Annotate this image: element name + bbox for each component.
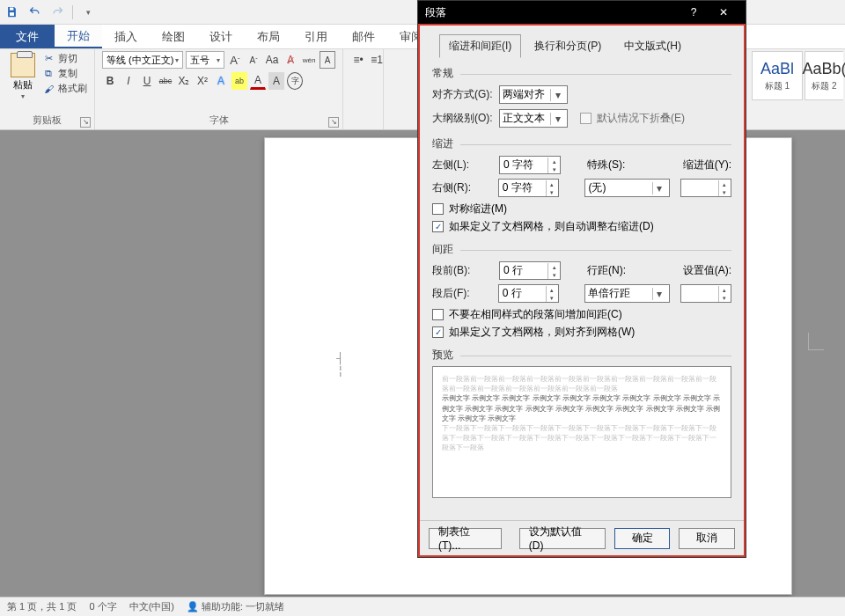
tabs-button[interactable]: 制表位(T)...: [429, 528, 502, 549]
set-default-button[interactable]: 设为默认值(D): [519, 528, 606, 549]
increase-font-button[interactable]: Aˆ: [227, 51, 243, 69]
tab-mailings[interactable]: 邮件: [340, 25, 387, 48]
highlight-button[interactable]: ab: [231, 72, 247, 90]
tab-chinese-layout[interactable]: 中文版式(H): [614, 34, 691, 58]
section-general: 常规: [432, 66, 731, 81]
indent-left-spinner[interactable]: 0 字符▴▾: [499, 156, 561, 174]
format-painter-button[interactable]: 🖌格式刷: [42, 81, 87, 96]
subscript-button[interactable]: X₂: [176, 72, 192, 90]
spin-down-icon[interactable]: ▾: [719, 188, 731, 196]
redo-icon[interactable]: [49, 4, 65, 20]
font-label: 字体: [209, 114, 229, 125]
tab-draw[interactable]: 绘图: [150, 25, 197, 48]
by-spinner[interactable]: ▴▾: [680, 179, 731, 197]
style-heading1[interactable]: AaBl 标题 1: [752, 51, 803, 100]
copy-button[interactable]: ⧉复制: [42, 66, 87, 81]
mirror-indent-label: 对称缩进(M): [449, 202, 507, 216]
paste-menu-icon[interactable]: ▾: [21, 92, 25, 100]
customize-qat-icon[interactable]: ▾: [80, 4, 96, 20]
alignment-label: 对齐方式(G):: [432, 87, 494, 102]
clipboard-label: 剪贴板: [33, 114, 62, 125]
dialog-title: 段落: [425, 5, 446, 20]
paste-icon: [11, 53, 35, 77]
tab-layout[interactable]: 布局: [245, 25, 292, 48]
bold-button[interactable]: B: [102, 72, 118, 90]
spin-down-icon[interactable]: ▾: [548, 271, 560, 279]
dialog-titlebar[interactable]: 段落 ? ✕: [418, 1, 746, 24]
ok-button[interactable]: 确定: [614, 528, 671, 549]
alignment-combo[interactable]: 两端对齐▾: [499, 85, 568, 104]
spin-up-icon[interactable]: ▴: [548, 263, 560, 271]
strike-button[interactable]: abc: [158, 72, 173, 90]
clear-formatting-button[interactable]: A̷: [283, 51, 298, 69]
spin-down-icon[interactable]: ▾: [547, 188, 558, 196]
close-button[interactable]: ✕: [709, 1, 738, 24]
help-button[interactable]: ?: [679, 1, 709, 24]
svg-rect-0: [10, 8, 13, 11]
numbering-button[interactable]: ≡1: [369, 51, 385, 69]
status-language[interactable]: 中文(中国): [129, 600, 174, 613]
indent-left-label: 左侧(L):: [432, 158, 494, 172]
char-shading-button[interactable]: A: [268, 72, 284, 90]
outline-combo[interactable]: 正文文本▾: [499, 109, 568, 128]
superscript-button[interactable]: X²: [195, 72, 210, 90]
spin-down-icon[interactable]: ▾: [547, 294, 558, 302]
font-launcher[interactable]: ↘: [328, 117, 339, 128]
no-space-same-style-label: 不要在相同样式的段落间增加间距(C): [449, 307, 622, 322]
char-border-button[interactable]: A: [320, 51, 335, 69]
no-space-same-style-checkbox[interactable]: [432, 309, 444, 320]
tab-design[interactable]: 设计: [197, 25, 245, 48]
font-name-combo[interactable]: 等线 (中文正文)▾: [102, 51, 183, 69]
group-clipboard: 粘贴 ▾ ✂剪切 ⧉复制 🖌格式刷 剪贴板↘: [0, 49, 95, 129]
tab-home[interactable]: 开始: [55, 25, 102, 48]
paste-button[interactable]: 粘贴 ▾: [7, 51, 39, 102]
bullets-button[interactable]: ≡•: [350, 51, 366, 69]
enclose-char-button[interactable]: 字: [287, 72, 303, 90]
scissors-icon: ✂: [42, 53, 55, 65]
cut-button[interactable]: ✂剪切: [42, 51, 87, 66]
spin-down-icon[interactable]: ▾: [548, 165, 560, 173]
at-spinner[interactable]: ▴▾: [680, 284, 731, 303]
phonetic-guide-button[interactable]: wén: [301, 51, 317, 69]
undo-icon[interactable]: [26, 4, 42, 20]
spin-up-icon[interactable]: ▴: [719, 180, 731, 188]
spin-up-icon[interactable]: ▴: [548, 158, 560, 165]
snap-grid-checkbox[interactable]: ✓: [432, 326, 444, 338]
decrease-font-button[interactable]: Aˇ: [246, 51, 261, 69]
mirror-indent-checkbox[interactable]: [432, 203, 444, 215]
text-effects-button[interactable]: A: [213, 72, 229, 90]
section-indent: 缩进: [432, 136, 731, 151]
svg-rect-1: [10, 12, 14, 16]
font-color-button[interactable]: A: [250, 72, 266, 90]
special-combo[interactable]: (无)▾: [584, 179, 670, 197]
chevron-down-icon: ▾: [652, 288, 666, 300]
tab-insert[interactable]: 插入: [102, 25, 150, 48]
change-case-button[interactable]: Aa: [264, 51, 280, 69]
space-before-spinner[interactable]: 0 行▴▾: [499, 261, 561, 280]
tab-line-page-breaks[interactable]: 换行和分页(P): [525, 34, 611, 58]
save-icon[interactable]: [4, 4, 19, 20]
spin-up-icon[interactable]: ▴: [547, 286, 558, 294]
style-heading2[interactable]: AaBb( 标题 2: [805, 51, 843, 100]
tab-references[interactable]: 引用: [292, 25, 340, 48]
status-words[interactable]: 0 个字: [89, 600, 116, 613]
status-accessibility[interactable]: 👤 辅助功能: 一切就绪: [187, 600, 284, 613]
clipboard-launcher[interactable]: ↘: [80, 117, 91, 128]
space-after-spinner[interactable]: 0 行▴▾: [498, 284, 559, 303]
tab-indent-spacing[interactable]: 缩进和间距(I): [439, 34, 521, 58]
line-spacing-combo[interactable]: 单倍行距▾: [584, 284, 670, 303]
tab-file[interactable]: 文件: [0, 25, 55, 48]
spin-down-icon[interactable]: ▾: [719, 294, 731, 302]
spin-up-icon[interactable]: ▴: [719, 286, 731, 294]
cancel-button[interactable]: 取消: [679, 528, 735, 549]
status-page[interactable]: 第 1 页，共 1 页: [7, 600, 77, 613]
status-bar: 第 1 页，共 1 页 0 个字 中文(中国) 👤 辅助功能: 一切就绪: [0, 597, 845, 616]
italic-button[interactable]: I: [121, 72, 136, 90]
font-size-combo[interactable]: 五号▾: [186, 51, 224, 69]
chevron-down-icon: ▾: [550, 113, 564, 125]
underline-button[interactable]: U: [139, 72, 155, 90]
collapse-checkbox: [580, 113, 592, 124]
auto-adjust-checkbox[interactable]: ✓: [432, 221, 444, 232]
spin-up-icon[interactable]: ▴: [547, 180, 558, 188]
indent-right-spinner[interactable]: 0 字符▴▾: [498, 179, 559, 197]
